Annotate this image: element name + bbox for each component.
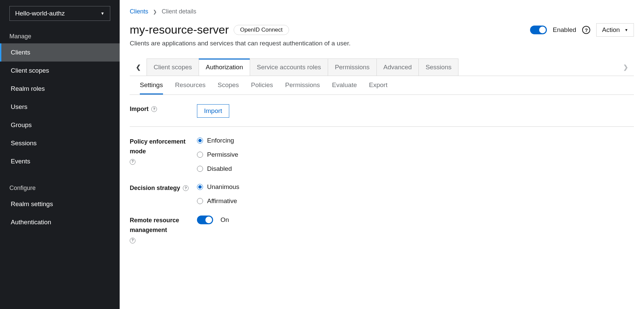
breadcrumb-parent-link[interactable]: Clients <box>130 8 148 15</box>
help-icon[interactable]: ? <box>151 106 157 112</box>
radio-icon <box>197 138 203 144</box>
policy-enforcement-option-enforcing[interactable]: Enforcing <box>197 137 634 144</box>
remote-resource-state: On <box>220 216 229 224</box>
chevron-right-icon: ❯ <box>623 64 628 71</box>
protocol-badge: OpenID Connect <box>234 25 289 35</box>
help-icon[interactable]: ? <box>183 185 189 191</box>
nav-section-label: Configure <box>0 180 120 195</box>
remote-resource-toggle[interactable] <box>197 216 213 224</box>
enabled-toggle[interactable] <box>530 26 547 34</box>
radio-icon <box>197 166 203 172</box>
realm-selector-label: Hello-world-authz <box>15 10 65 17</box>
subtab-export[interactable]: Export <box>369 76 388 94</box>
help-icon[interactable]: ? <box>130 238 135 243</box>
sidebar-item-realm-settings[interactable]: Realm settings <box>0 195 120 213</box>
decision-strategy-label: Decision strategy <box>130 183 180 193</box>
tab-scroll-left[interactable]: ❮ <box>130 59 147 76</box>
sidebar-item-events[interactable]: Events <box>0 152 120 170</box>
radio-label: Disabled <box>207 165 232 172</box>
subtab-permissions[interactable]: Permissions <box>285 76 320 94</box>
sidebar: Hello-world-authz ▼ ManageClientsClient … <box>0 0 120 309</box>
sidebar-item-authentication[interactable]: Authentication <box>0 213 120 231</box>
policy-enforcement-label: Policy enforcement mode <box>130 137 197 156</box>
decision-strategy-option-affirmative[interactable]: Affirmative <box>197 197 634 205</box>
authorization-settings-form: Import ? Import Policy enforcement mode … <box>130 95 634 254</box>
subtab-scopes[interactable]: Scopes <box>217 76 239 94</box>
tab-service-accounts-roles[interactable]: Service accounts roles <box>250 59 328 76</box>
page-subtitle: Clients are applications and services th… <box>130 40 351 47</box>
sidebar-item-users[interactable]: Users <box>0 98 120 116</box>
sidebar-item-groups[interactable]: Groups <box>0 116 120 134</box>
policy-enforcement-option-disabled[interactable]: Disabled <box>197 165 634 172</box>
subtab-settings[interactable]: Settings <box>140 76 163 94</box>
sidebar-item-realm-roles[interactable]: Realm roles <box>0 80 120 98</box>
subtab-resources[interactable]: Resources <box>175 76 206 94</box>
chevron-right-icon: ❯ <box>153 9 157 14</box>
tab-permissions[interactable]: Permissions <box>328 59 376 76</box>
primary-tabs: ❮ Client scopesAuthorizationService acco… <box>130 59 634 76</box>
breadcrumb-current: Client details <box>162 8 196 15</box>
help-icon[interactable]: ? <box>130 159 135 165</box>
tab-client-scopes[interactable]: Client scopes <box>147 59 199 76</box>
sidebar-item-sessions[interactable]: Sessions <box>0 134 120 152</box>
radio-label: Enforcing <box>207 137 234 144</box>
tab-sessions[interactable]: Sessions <box>418 59 458 76</box>
radio-label: Unanimous <box>207 183 239 191</box>
action-dropdown[interactable]: Action ▼ <box>596 23 634 37</box>
enabled-label: Enabled <box>553 26 576 34</box>
caret-down-icon: ▼ <box>100 11 105 16</box>
action-dropdown-label: Action <box>602 26 620 34</box>
radio-icon <box>197 184 203 190</box>
breadcrumb: Clients ❯ Client details <box>130 8 634 15</box>
main-content: Clients ❯ Client details my-resource-ser… <box>120 0 644 309</box>
subtab-policies[interactable]: Policies <box>251 76 273 94</box>
radio-icon <box>197 152 203 158</box>
import-label: Import <box>130 104 149 114</box>
caret-down-icon: ▼ <box>625 28 628 32</box>
radio-label: Permissive <box>207 151 238 158</box>
help-icon[interactable]: ? <box>582 26 590 34</box>
remote-resource-label: Remote resource management <box>130 216 197 235</box>
tab-advanced[interactable]: Advanced <box>376 59 419 76</box>
policy-enforcement-option-permissive[interactable]: Permissive <box>197 151 634 158</box>
decision-strategy-option-unanimous[interactable]: Unanimous <box>197 183 634 191</box>
import-button[interactable]: Import <box>197 104 229 118</box>
nav-section-label: Manage <box>0 28 120 43</box>
tab-scroll-right[interactable]: ❯ <box>617 59 634 76</box>
chevron-left-icon: ❮ <box>136 64 141 71</box>
sub-tabs: SettingsResourcesScopesPoliciesPermissio… <box>130 76 634 95</box>
sidebar-item-clients[interactable]: Clients <box>0 43 120 62</box>
tab-authorization[interactable]: Authorization <box>199 59 250 76</box>
page-header: my-resource-server OpenID Connect Client… <box>130 23 634 47</box>
page-title: my-resource-server <box>130 23 229 36</box>
subtab-evaluate[interactable]: Evaluate <box>332 76 357 94</box>
sidebar-item-client-scopes[interactable]: Client scopes <box>0 62 120 80</box>
realm-selector[interactable]: Hello-world-authz ▼ <box>9 6 110 21</box>
radio-label: Affirmative <box>207 197 237 205</box>
radio-icon <box>197 198 203 204</box>
